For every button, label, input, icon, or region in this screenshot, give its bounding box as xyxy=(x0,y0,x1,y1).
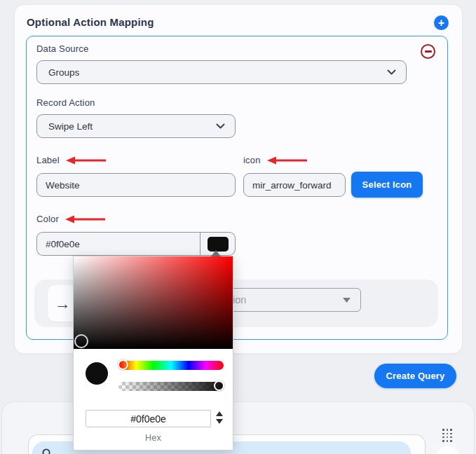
plus-icon: + xyxy=(438,18,444,29)
color-field-label: Color xyxy=(36,214,59,224)
drag-handle-icon[interactable] xyxy=(442,428,453,443)
color-picker-popup: Hex xyxy=(73,256,233,450)
red-arrow-icon xyxy=(65,215,107,223)
data-source-value: Groups xyxy=(48,67,79,78)
popup-caret-icon xyxy=(211,250,221,256)
card-title: Optional Action Mapping xyxy=(27,16,154,28)
label-input[interactable] xyxy=(36,173,236,197)
color-input[interactable] xyxy=(36,232,200,256)
alpha-slider-handle[interactable] xyxy=(214,380,224,391)
page-root: { "header": { "title": "Optional Action … xyxy=(0,0,476,454)
stepper-up-icon[interactable] xyxy=(216,411,223,416)
hue-slider[interactable] xyxy=(118,361,224,370)
saturation-cursor[interactable] xyxy=(74,334,88,348)
create-query-button[interactable]: Create Query xyxy=(374,364,456,388)
icon-input[interactable] xyxy=(243,173,346,197)
alpha-gradient xyxy=(118,382,224,391)
red-arrow-icon xyxy=(267,156,309,165)
hex-stepper[interactable] xyxy=(216,411,223,424)
stepper-down-icon[interactable] xyxy=(216,419,223,424)
label-field-label-row: Label xyxy=(36,155,108,165)
alpha-slider[interactable] xyxy=(118,382,224,391)
saturation-panel[interactable] xyxy=(74,256,233,349)
record-action-value: Swipe Left xyxy=(48,121,93,132)
color-swatch xyxy=(208,237,229,252)
hue-slider-handle[interactable] xyxy=(118,359,128,370)
color-field-label-row: Color xyxy=(36,214,107,224)
add-mapping-button[interactable]: + xyxy=(434,15,449,30)
hex-input[interactable] xyxy=(86,410,211,427)
record-action-label: Record Action xyxy=(36,97,95,108)
search-icon xyxy=(41,448,53,454)
hex-format-label: Hex xyxy=(74,433,233,443)
red-arrow-icon xyxy=(66,156,108,165)
arrow-right-icon: → xyxy=(55,294,71,313)
data-source-select[interactable]: Groups xyxy=(36,60,407,84)
select-icon-button[interactable]: Select Icon xyxy=(351,172,423,198)
label-field-label: Label xyxy=(36,155,60,165)
data-source-label: Data Source xyxy=(36,43,88,54)
minus-icon xyxy=(425,50,432,53)
caret-down-icon xyxy=(343,298,351,303)
chevron-down-icon xyxy=(216,123,225,130)
chevron-down-icon xyxy=(387,69,396,76)
record-action-select[interactable]: Swipe Left xyxy=(36,114,236,138)
remove-mapping-button[interactable] xyxy=(421,44,435,59)
icon-field-label: icon xyxy=(243,155,261,165)
color-preview-circle xyxy=(86,362,108,385)
icon-field-label-row: icon xyxy=(243,155,309,165)
